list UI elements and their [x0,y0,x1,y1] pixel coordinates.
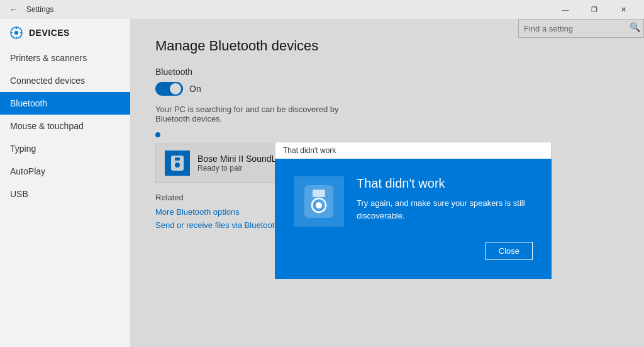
sidebar: DEVICES Printers & scanners Connected de… [0,19,130,347]
svg-rect-9 [313,190,325,197]
dialog-body: That didn't work Try again, and make sur… [275,159,552,279]
devices-icon [10,26,23,39]
sidebar-app-title: DEVICES [29,28,70,38]
restore-button[interactable]: ❐ [580,0,609,19]
error-dialog: That didn't work That didn't work Try ag… [275,142,552,279]
dialog-titlebar: That didn't work [275,142,552,159]
dialog-text: Try again, and make sure your speakers i… [357,197,533,222]
titlebar: ← Settings — ❐ ✕ [0,0,644,19]
dialog-footer: Close [294,242,533,260]
minimize-button[interactable]: — [551,0,580,19]
titlebar-title: Settings [26,5,53,14]
dialog-close-button[interactable]: Close [486,242,533,260]
dialog-heading: That didn't work [357,176,533,191]
sidebar-item-autoplay[interactable]: AutoPlay [0,160,130,183]
speaker-icon-large [301,184,336,219]
sidebar-header: DEVICES [0,19,130,47]
titlebar-controls: — ❐ ✕ [551,0,638,19]
titlebar-left: ← Settings [6,4,53,14]
svg-point-1 [14,31,18,35]
svg-point-8 [316,202,322,208]
dialog-inner: That didn't work Try again, and make sur… [294,176,533,227]
sidebar-item-bluetooth[interactable]: Bluetooth [0,92,130,115]
dialog-speaker-box [294,176,344,227]
close-window-button[interactable]: ✕ [609,0,638,19]
sidebar-item-connected[interactable]: Connected devices [0,69,130,92]
sidebar-item-printers[interactable]: Printers & scanners [0,47,130,69]
sidebar-item-mouse[interactable]: Mouse & touchpad [0,115,130,137]
back-button[interactable]: ← [6,4,21,14]
dialog-content: That didn't work Try again, and make sur… [357,176,533,222]
sidebar-item-usb[interactable]: USB [0,183,130,205]
sidebar-item-typing[interactable]: Typing [0,137,130,160]
main-layout: DEVICES Printers & scanners Connected de… [0,19,644,347]
main-content: 🔍 Manage Bluetooth devices Bluetooth On … [130,19,644,347]
